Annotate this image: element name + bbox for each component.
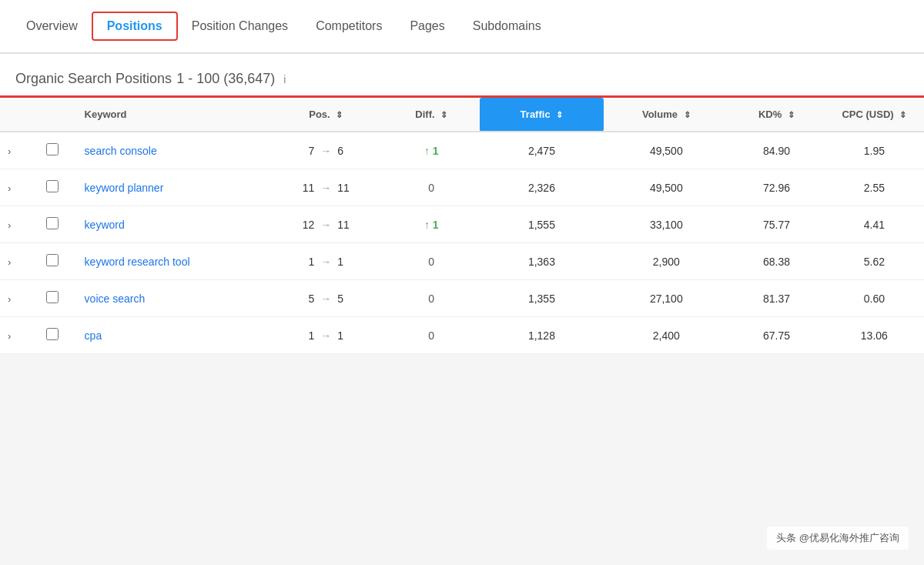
arrow-icon: → — [320, 219, 331, 231]
cpc-cell: 2.55 — [825, 169, 924, 206]
volume-cell: 49,500 — [604, 132, 728, 169]
info-icon[interactable]: i — [283, 73, 286, 85]
kd-cell: 68.38 — [728, 243, 825, 280]
diff-cell: 0 — [383, 243, 480, 280]
traffic-cell: 1,555 — [480, 206, 604, 243]
diff-up: ↑ 1 — [424, 219, 439, 231]
arrow-icon: → — [320, 329, 331, 342]
diff-cell: ↑ 1 — [383, 132, 480, 169]
traffic-cell: 1,363 — [480, 243, 604, 280]
keyword-link[interactable]: keyword research tool — [85, 256, 190, 268]
arrow-icon: → — [320, 145, 331, 157]
keyword-link[interactable]: search console — [85, 145, 157, 157]
traffic-cell: 2,326 — [480, 169, 604, 206]
traffic-cell: 2,475 — [480, 132, 604, 169]
sort-arrows-volume: ⇕ — [684, 110, 691, 120]
diff-neutral: 0 — [428, 293, 434, 305]
expand-button[interactable]: › — [8, 330, 11, 342]
keyword-link[interactable]: keyword — [85, 219, 125, 231]
nav-tabs: Overview Positions Position Changes Comp… — [0, 0, 924, 54]
col-expand — [0, 98, 38, 132]
traffic-cell: 1,355 — [480, 280, 604, 317]
tab-competitors[interactable]: Competitors — [302, 13, 396, 39]
sort-arrows-traffic: ⇕ — [556, 110, 563, 120]
row-checkbox[interactable] — [46, 254, 59, 266]
table-row: ›keyword planner11 → 1102,32649,50072.96… — [0, 169, 924, 206]
table-row: ›search console7 → 6↑ 12,47549,50084.901… — [0, 132, 924, 169]
keyword-link[interactable]: cpa — [85, 329, 102, 342]
volume-cell: 2,400 — [604, 317, 728, 354]
col-header-volume[interactable]: Volume ⇕ — [604, 98, 728, 132]
tab-pages[interactable]: Pages — [396, 13, 458, 39]
kd-cell: 84.90 — [728, 132, 825, 169]
col-header-keyword[interactable]: Keyword — [77, 98, 269, 132]
cpc-cell: 0.60 — [825, 280, 924, 317]
diff-neutral: 0 — [428, 329, 434, 342]
volume-cell: 2,900 — [604, 243, 728, 280]
page-title: Organic Search Positions 1 - 100 (36,647… — [15, 68, 909, 88]
kd-cell: 75.77 — [728, 206, 825, 243]
position-cell: 7 → 6 — [269, 132, 383, 169]
tab-subdomains[interactable]: Subdomains — [459, 13, 555, 39]
positions-table: Keyword Pos. ⇕ Diff. ⇕ Traffic ⇕ Volume … — [0, 98, 924, 354]
expand-button[interactable]: › — [8, 293, 11, 305]
sort-arrows-diff: ⇕ — [440, 110, 447, 120]
table-row: ›keyword12 → 11↑ 11,55533,10075.774.41 — [0, 206, 924, 243]
col-header-traffic[interactable]: Traffic ⇕ — [480, 98, 604, 132]
row-checkbox[interactable] — [46, 291, 59, 303]
arrow-icon: → — [320, 256, 331, 268]
diff-neutral: 0 — [428, 182, 434, 194]
volume-cell: 33,100 — [604, 206, 728, 243]
sort-arrows-cpc: ⇕ — [899, 110, 906, 120]
tab-position-changes[interactable]: Position Changes — [178, 13, 302, 39]
volume-cell: 27,100 — [604, 280, 728, 317]
col-header-pos[interactable]: Pos. ⇕ — [269, 98, 383, 132]
table-row: ›cpa1 → 101,1282,40067.7513.06 — [0, 317, 924, 354]
sort-arrows-pos: ⇕ — [336, 110, 343, 120]
position-cell: 5 → 5 — [269, 280, 383, 317]
expand-button[interactable]: › — [8, 256, 11, 268]
diff-cell: 0 — [383, 317, 480, 354]
row-checkbox[interactable] — [46, 180, 59, 192]
tab-overview[interactable]: Overview — [12, 13, 92, 39]
table-row: ›voice search5 → 501,35527,10081.370.60 — [0, 280, 924, 317]
diff-cell: 0 — [383, 280, 480, 317]
row-checkbox[interactable] — [46, 328, 59, 340]
page-header: Organic Search Positions 1 - 100 (36,647… — [0, 54, 924, 98]
position-cell: 11 → 11 — [269, 169, 383, 206]
position-cell: 1 → 1 — [269, 243, 383, 280]
table-row: ›keyword research tool1 → 101,3632,90068… — [0, 243, 924, 280]
keyword-link[interactable]: voice search — [85, 293, 146, 305]
data-table-container: Keyword Pos. ⇕ Diff. ⇕ Traffic ⇕ Volume … — [0, 98, 924, 354]
kd-cell: 67.75 — [728, 317, 825, 354]
volume-cell: 49,500 — [604, 169, 728, 206]
sort-arrows-kd: ⇕ — [788, 110, 795, 120]
col-header-diff[interactable]: Diff. ⇕ — [383, 98, 480, 132]
table-header-row: Keyword Pos. ⇕ Diff. ⇕ Traffic ⇕ Volume … — [0, 98, 924, 132]
row-checkbox[interactable] — [46, 143, 59, 155]
expand-button[interactable]: › — [8, 145, 11, 157]
col-check — [38, 98, 77, 132]
arrow-icon: → — [320, 293, 331, 305]
page-range: 1 - 100 (36,647) i — [176, 71, 286, 86]
cpc-cell: 1.95 — [825, 132, 924, 169]
cpc-cell: 4.41 — [825, 206, 924, 243]
keyword-link[interactable]: keyword planner — [85, 182, 164, 194]
kd-cell: 81.37 — [728, 280, 825, 317]
diff-cell: ↑ 1 — [383, 206, 480, 243]
diff-up: ↑ 1 — [424, 145, 439, 157]
col-header-cpc[interactable]: CPC (USD) ⇕ — [825, 98, 924, 132]
position-cell: 1 → 1 — [269, 317, 383, 354]
cpc-cell: 5.62 — [825, 243, 924, 280]
traffic-cell: 1,128 — [480, 317, 604, 354]
tab-positions[interactable]: Positions — [92, 12, 178, 41]
diff-cell: 0 — [383, 169, 480, 206]
diff-neutral: 0 — [428, 256, 434, 268]
expand-button[interactable]: › — [8, 219, 11, 231]
cpc-cell: 13.06 — [825, 317, 924, 354]
position-cell: 12 → 11 — [269, 206, 383, 243]
row-checkbox[interactable] — [46, 217, 59, 229]
arrow-icon: → — [320, 182, 331, 194]
expand-button[interactable]: › — [8, 182, 11, 194]
col-header-kd[interactable]: KD% ⇕ — [728, 98, 825, 132]
